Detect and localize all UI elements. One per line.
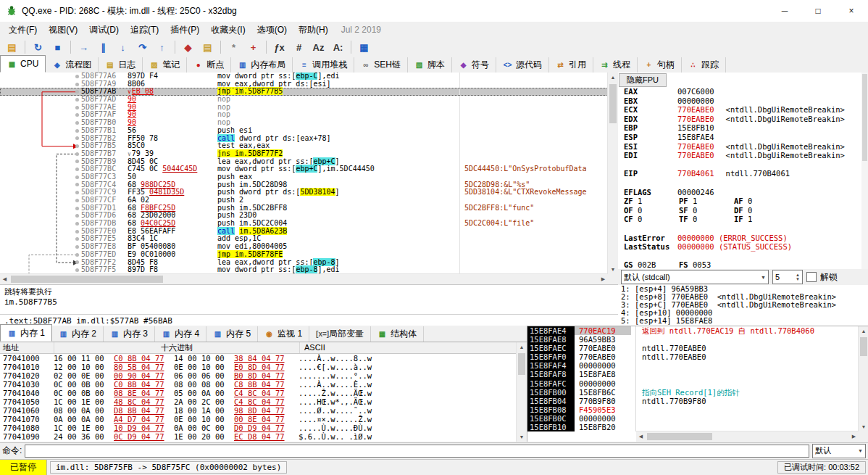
menu-item[interactable]: 帮助(H)	[293, 23, 334, 36]
patch-icon[interactable]: +	[244, 39, 262, 55]
command-input[interactable]	[25, 445, 809, 458]
dump-row[interactable]: 7704102002 00 0E 0000 90 04 7706 00 06 0…	[0, 371, 517, 380]
stack-row[interactable]: 15E8FB04770B9F80ntdll.770B9F80	[527, 397, 859, 405]
argument-row[interactable]: 5: [esp+14] 15E8FAE8	[618, 317, 868, 325]
breakpoint-dot[interactable]	[75, 113, 79, 117]
run-to-return-icon[interactable]: ↑	[153, 39, 171, 55]
register-row[interactable]: EDI770EABE0<ntdll.DbgUiRemoteBreakin>	[618, 151, 868, 160]
stack-row[interactable]: 15E8FB08F45905E3	[527, 405, 859, 414]
scrollbar-thumb[interactable]	[11, 276, 163, 283]
breakpoint-dot[interactable]	[75, 129, 79, 133]
gear-icon[interactable]: *	[225, 39, 243, 55]
tab-CPU[interactable]: ▦CPU	[0, 55, 46, 73]
breakpoint-dot[interactable]	[75, 214, 79, 218]
breakpoint-dot[interactable]	[75, 106, 79, 110]
scroll-down-icon[interactable]: ▼	[859, 422, 868, 431]
az-icon[interactable]: Az	[309, 39, 327, 55]
stack-pane[interactable]: 15E8FAE4770EAC19返回到 ntdll.770EAC19 自 ntd…	[527, 326, 868, 442]
pause-icon[interactable]: ∥	[94, 39, 112, 55]
tab-内存 4[interactable]: ▥内存 4	[155, 326, 206, 342]
disassembly-pane[interactable]: 5D8F77A6897D F4mov dword ptr ss:[ebp-C],…	[0, 73, 619, 284]
tab-监视 1[interactable]: ◉监视 1	[258, 326, 309, 342]
scrollbar-thumb[interactable]	[647, 433, 712, 440]
breakpoint-dot[interactable]	[75, 175, 79, 179]
dump-row[interactable]: 770410700A 00 0A 00A4 D7 04 770E 00 10 0…	[0, 415, 517, 424]
breakpoint-dot[interactable]	[75, 160, 79, 163]
scrollbar-thumb[interactable]	[860, 337, 867, 356]
registers-pane[interactable]: 隐藏FPU EAX007C6000EBX00000000ECX770EABE0<…	[618, 73, 868, 270]
breakpoint-dot[interactable]	[75, 152, 79, 156]
scroll-down-icon[interactable]: ▼	[608, 265, 618, 274]
dump-row[interactable]: 770410300C 00 0B 00C0 8B 04 7708 00 08 0…	[0, 380, 517, 389]
register-row[interactable]: EAX007C6000	[618, 87, 868, 96]
menu-item[interactable]: 视图(V)	[43, 23, 83, 36]
dump-row[interactable]: 770410501C 00 1E 0048 8C 04 772A 00 2C 0…	[0, 397, 517, 406]
notes-icon[interactable]: ▤	[199, 39, 217, 55]
tab-内存 1[interactable]: ▥内存 1	[0, 324, 52, 342]
register-row[interactable]: EFLAGS00000246	[618, 188, 868, 197]
tab-调用堆栈[interactable]: ≡调用堆栈	[293, 57, 354, 73]
trace-icon[interactable]: ◆	[179, 39, 197, 55]
stack-hscrollbar[interactable]: ◀ ▶	[636, 431, 859, 442]
tab-局部变量[interactable]: [x=]局部变量	[309, 326, 371, 342]
tab-笔记[interactable]: ▨笔记	[143, 57, 187, 73]
tab-内存 2[interactable]: ▥内存 2	[52, 326, 104, 342]
tab-跟踪[interactable]: ∴跟踪	[682, 57, 726, 73]
scroll-down-icon[interactable]: ▼	[517, 432, 527, 442]
tab-结构体[interactable]: ▦结构体	[371, 326, 424, 342]
register-row[interactable]: EBP15E8FB10	[618, 123, 868, 133]
menu-item[interactable]: 文件(F)	[3, 23, 43, 36]
dump-row[interactable]: 7704106008 00 0A 00D8 8B 04 7718 00 1A 0…	[0, 406, 517, 415]
step-over-icon[interactable]: ↷	[133, 39, 151, 55]
breakpoint-dot[interactable]	[75, 237, 79, 241]
register-row[interactable]: EIP770B4061ntdll.770B4061	[618, 169, 868, 178]
scroll-left-icon[interactable]: ◀	[0, 274, 9, 284]
scroll-up-icon[interactable]: ▲	[517, 342, 527, 352]
step-into-icon[interactable]: ↓	[114, 39, 132, 55]
stack-row[interactable]: 15E8FAEC770EABE0ntdll.770EABE0	[527, 344, 859, 352]
menu-item[interactable]: 选项(O)	[251, 23, 293, 36]
dump-row[interactable]: 7704100016 00 11 00C0 8B 04 7714 00 10 0…	[0, 354, 517, 363]
disassembly-hscrollbar[interactable]: ◀ ▶	[0, 273, 608, 284]
breakpoint-dot[interactable]	[75, 245, 79, 249]
tab-符号[interactable]: ◆符号	[452, 57, 496, 73]
breakpoint-dot[interactable]	[75, 260, 79, 264]
breakpoint-dot[interactable]	[75, 83, 79, 86]
menu-item[interactable]: 调试(D)	[83, 23, 125, 36]
register-row[interactable]: ESP15E8FAE4	[618, 133, 868, 142]
tab-线程[interactable]: ⇉线程	[593, 57, 638, 73]
tab-内存 5[interactable]: ▥内存 5	[206, 326, 258, 342]
menu-item[interactable]: 追踪(T)	[125, 23, 164, 36]
register-row[interactable]: ZF 1PF 1AF 0	[618, 197, 868, 206]
close-button[interactable]: ×	[835, 0, 868, 22]
scrollbar-thumb[interactable]	[609, 84, 617, 123]
tab-引用[interactable]: ⇄引用	[549, 57, 593, 73]
open-file-icon[interactable]: ▤	[3, 39, 21, 55]
registers-scrollbar[interactable]	[861, 73, 868, 269]
dump-row[interactable]: 770410400C 00 0B 0008 8E 04 7705 00 0A 0…	[0, 389, 517, 397]
arguments-pane[interactable]: 1: [esp+4] 96A59BB32: [esp+8] 770EABE0 <…	[618, 285, 868, 326]
breakpoint-dot[interactable]	[75, 191, 79, 194]
scroll-left-icon[interactable]: ◀	[636, 431, 646, 442]
stack-row[interactable]: 15E8FAF815E8FAE8	[527, 370, 859, 379]
breakpoint-dot[interactable]	[75, 136, 79, 140]
breakpoint-dot[interactable]	[75, 168, 79, 171]
tab-断点[interactable]: ●断点	[187, 57, 231, 73]
unlock-checkbox[interactable]	[806, 272, 817, 282]
maximize-button[interactable]: □	[801, 0, 835, 22]
tab-流程图[interactable]: ◈流程图	[46, 57, 99, 73]
breakpoint-dot[interactable]	[75, 268, 79, 272]
stack-row[interactable]: 15E8FAF0770EABE0ntdll.770EABE0	[527, 352, 859, 361]
run-icon[interactable]: →	[75, 39, 93, 55]
fx-icon[interactable]: ƒx	[270, 39, 288, 55]
dump-row[interactable]: 770410801C 00 1E 0010 D9 04 770A 00 0C 0…	[0, 424, 517, 432]
scroll-right-icon[interactable]: ▶	[849, 431, 859, 442]
stack-row[interactable]: 15E8FAE896A59BB3	[527, 335, 859, 344]
breakpoint-dot[interactable]	[75, 121, 79, 125]
restart-icon[interactable]: ↻	[29, 39, 47, 55]
spin-down-icon[interactable]: ▼	[796, 277, 800, 281]
argument-count-stepper[interactable]: 5 ▲ ▼	[772, 270, 803, 284]
dump-row[interactable]: 7704101012 00 10 0080 5B 04 770E 00 10 0…	[0, 363, 517, 371]
stop-icon[interactable]: ■	[49, 39, 67, 55]
dump-vscrollbar[interactable]: ▲ ▼	[516, 342, 527, 442]
